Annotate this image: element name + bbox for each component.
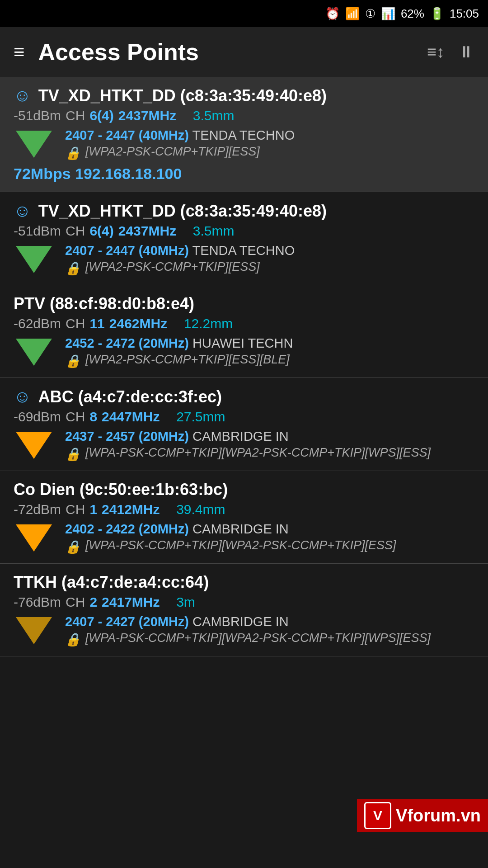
lock-icon: 🔒	[65, 539, 81, 554]
ap-signal: -51dBm	[14, 223, 61, 239]
ap-signal: -51dBm	[14, 108, 61, 123]
ap-ssid: TTKH (a4:c7:de:a4:cc:64)	[14, 573, 209, 592]
ap-freq-vendor: 2407 - 2427 (20MHz) CAMBRIDGE IN	[65, 614, 474, 629]
status-bar: ⏰ 📶 ① 📊 62% 🔋 15:05	[0, 0, 488, 27]
wifi-signal-icon	[14, 336, 54, 366]
ap-item-ap3[interactable]: PTV (88:cf:98:d0:b8:e4) -62dBm CH 11 246…	[0, 285, 488, 378]
ap-freq-vendor: 2402 - 2422 (20MHz) CAMBRIDGE IN	[65, 522, 474, 537]
ap-item-ap6[interactable]: TTKH (a4:c7:de:a4:cc:64) -76dBm CH 2 241…	[0, 564, 488, 656]
wifi-status-icon: 📶	[345, 7, 360, 21]
ap-details: 2437 - 2457 (20MHz) CAMBRIDGE IN 🔒 [WPA-…	[65, 429, 474, 462]
alarm-icon: ⏰	[325, 7, 340, 21]
lock-icon: 🔒	[65, 146, 81, 160]
notification-icon: ①	[365, 7, 375, 21]
connected-indicator: ☺	[14, 387, 31, 406]
ap-item-ap5[interactable]: Co Dien (9c:50:ee:1b:63:bc) -72dBm CH 1 …	[0, 471, 488, 564]
ap-ssid: ABC (a4:c7:de:cc:3f:ec)	[38, 387, 222, 406]
ap-freq-vendor: 2407 - 2447 (40MHz) TENDA TECHNO	[65, 243, 474, 258]
ap-freq-vendor: 2407 - 2447 (40MHz) TENDA TECHNO	[65, 128, 474, 143]
wifi-signal-icon	[14, 429, 54, 459]
ap-item-ap2[interactable]: ☺ TV_XD_HTKT_DD (c8:3a:35:49:40:e8) -51d…	[0, 192, 488, 285]
ap-security: 🔒 [WPA-PSK-CCMP+TKIP][WPA2-PSK-CCMP+TKIP…	[65, 631, 474, 647]
watermark-logo: V	[364, 802, 391, 829]
ap-security: 🔒 [WPA2-PSK-CCMP+TKIP][ESS][BLE]	[65, 353, 474, 368]
wifi-signal-icon	[14, 614, 54, 644]
lock-icon: 🔒	[65, 632, 81, 647]
ap-security-text: [WPA2-PSK-CCMP+TKIP][ESS][BLE]	[85, 353, 290, 367]
ap-ssid: Co Dien (9c:50:ee:1b:63:bc)	[14, 480, 228, 499]
ap-signal: -76dBm	[14, 594, 61, 610]
ap-details: 2452 - 2472 (20MHz) HUAWEI TECHN 🔒 [WPA2…	[65, 336, 474, 368]
connected-indicator: ☺	[14, 86, 31, 105]
ap-security-text: [WPA-PSK-CCMP+TKIP][WPA2-PSK-CCMP+TKIP][…	[85, 446, 431, 460]
ap-freq-vendor: 2437 - 2457 (20MHz) CAMBRIDGE IN	[65, 429, 474, 444]
signal-bars-icon: 📊	[381, 7, 395, 21]
connected-indicator: ☺	[14, 201, 31, 221]
ap-connected-info: 72Mbps 192.168.18.100	[14, 165, 474, 183]
ap-item-ap4[interactable]: ☺ ABC (a4:c7:de:cc:3f:ec) -69dBm CH 8 24…	[0, 378, 488, 471]
ap-item-ap1[interactable]: ☺ TV_XD_HTKT_DD (c8:3a:35:49:40:e8) -51d…	[0, 77, 488, 192]
watermark-text: Vforum.vn	[396, 806, 481, 826]
ap-freq-vendor: 2452 - 2472 (20MHz) HUAWEI TECHN	[65, 336, 474, 351]
ap-security-text: [WPA-PSK-CCMP+TKIP][WPA2-PSK-CCMP+TKIP][…	[85, 538, 396, 552]
wifi-signal-icon	[14, 522, 54, 552]
lock-icon: 🔒	[65, 354, 81, 368]
ap-details: 2407 - 2447 (40MHz) TENDA TECHNO 🔒 [WPA2…	[65, 128, 474, 160]
ap-security-text: [WPA-PSK-CCMP+TKIP][WPA2-PSK-CCMP+TKIP][…	[85, 631, 431, 645]
battery-text: 62%	[401, 7, 424, 21]
ap-details: 2407 - 2427 (20MHz) CAMBRIDGE IN 🔒 [WPA-…	[65, 614, 474, 647]
page-title: Access Points	[38, 38, 413, 66]
menu-button[interactable]: ≡	[14, 41, 25, 63]
ap-security: 🔒 [WPA2-PSK-CCMP+TKIP][ESS]	[65, 260, 474, 276]
pause-button[interactable]: ⏸	[458, 42, 474, 61]
ap-security-text: [WPA2-PSK-CCMP+TKIP][ESS]	[85, 260, 260, 274]
battery-icon: 🔋	[430, 7, 444, 21]
watermark: V Vforum.vn	[357, 799, 488, 832]
ap-ssid: PTV (88:cf:98:d0:b8:e4)	[14, 294, 194, 313]
ap-security: 🔒 [WPA-PSK-CCMP+TKIP][WPA2-PSK-CCMP+TKIP…	[65, 538, 474, 554]
ap-security-text: [WPA2-PSK-CCMP+TKIP][ESS]	[85, 145, 260, 159]
ap-ssid: TV_XD_HTKT_DD (c8:3a:35:49:40:e8)	[38, 86, 327, 105]
filter-button[interactable]: ≡↕	[427, 42, 445, 61]
ap-security: 🔒 [WPA2-PSK-CCMP+TKIP][ESS]	[65, 145, 474, 160]
access-point-list: ☺ TV_XD_HTKT_DD (c8:3a:35:49:40:e8) -51d…	[0, 77, 488, 656]
time: 15:05	[450, 7, 479, 21]
wifi-signal-icon	[14, 128, 54, 158]
wifi-signal-icon	[14, 243, 54, 273]
ap-ssid: TV_XD_HTKT_DD (c8:3a:35:49:40:e8)	[38, 202, 327, 221]
ap-details: 2407 - 2447 (40MHz) TENDA TECHNO 🔒 [WPA2…	[65, 243, 474, 276]
ap-details: 2402 - 2422 (20MHz) CAMBRIDGE IN 🔒 [WPA-…	[65, 522, 474, 554]
header-actions: ≡↕ ⏸	[427, 42, 474, 61]
ap-signal: -72dBm	[14, 502, 61, 517]
ap-signal: -69dBm	[14, 409, 61, 425]
ap-security: 🔒 [WPA-PSK-CCMP+TKIP][WPA2-PSK-CCMP+TKIP…	[65, 446, 474, 462]
ap-signal: -62dBm	[14, 316, 61, 331]
header: ≡ Access Points ≡↕ ⏸	[0, 27, 488, 77]
lock-icon: 🔒	[65, 447, 81, 462]
lock-icon: 🔒	[65, 261, 81, 276]
